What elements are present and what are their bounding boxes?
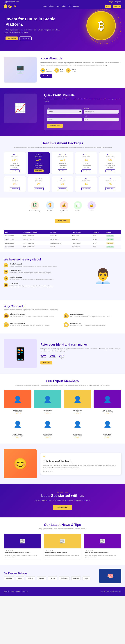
why-item-title: Licensed Investors <box>10 313 54 315</box>
why-section: Why Choose US We offer the best investme… <box>0 300 125 334</box>
pkg-daily-2: 2.5% <box>29 158 49 161</box>
days-input[interactable] <box>47 118 82 122</box>
news-image: 📰 <box>84 534 121 548</box>
pkg-btn-2[interactable]: Invest Now <box>34 170 44 172</box>
steps-image: 👨‍💼 <box>85 258 121 294</box>
about-body: Our information continues to digest rega… <box>40 62 121 66</box>
table-cell: TXN-456789123 <box>22 241 49 245</box>
stat-plans: 📋 50+ Plans <box>54 68 63 73</box>
pkg2-btn-1[interactable]: Invest Now <box>10 187 20 190</box>
news-card: 📰 Jan 10, 2023 Best Investment Strategie… <box>4 534 41 560</box>
col-status: Status <box>105 230 121 234</box>
step-title: Earn Profit <box>10 283 54 285</box>
pkg-features-5: ROI: 150% Period: 30 Days Ref: 10% <box>100 162 120 168</box>
pkg-btn-5[interactable]: Invest Now <box>105 170 115 172</box>
ref-stat-2: 10% Commission <box>49 354 56 358</box>
plan-select[interactable]: Basic Standard Premium Elite Diamond <box>47 110 82 114</box>
calc-btn[interactable]: Calculate Now <box>47 124 63 128</box>
orbit-ring <box>86 9 121 44</box>
nav-login-btn[interactable]: Login <box>105 5 111 8</box>
referral-content: Refer your friend and earn money Invite … <box>40 343 121 365</box>
pkg-btn-4[interactable]: Invest Now <box>81 170 91 172</box>
step-num: 03 <box>4 276 8 281</box>
icon-circle-2: 🏆 <box>46 201 54 210</box>
cta-btn[interactable]: Get Started <box>53 505 72 510</box>
pkg2-btn-4[interactable]: Invest Now <box>81 187 91 190</box>
footer-privacy[interactable]: Privacy Policy <box>11 590 20 592</box>
pkg-features-4: ROI: 60% Period: 30 Days Ref: 6% <box>76 162 96 168</box>
top-bar-login[interactable]: Login <box>109 1 113 2</box>
nav-blog[interactable]: Blog <box>62 5 65 7</box>
stat-icon-2: 📋 <box>54 68 59 73</box>
amount-input[interactable] <box>84 110 118 114</box>
referral-btn[interactable]: Refer Now <box>40 361 52 364</box>
logo-icon <box>4 4 7 8</box>
about-title: Know About Us <box>40 57 121 60</box>
pkg-btn-3[interactable]: Invest Now <box>58 170 67 172</box>
icon-2: 🏆 Top Rated <box>46 201 54 212</box>
hero-secondary-btn[interactable]: Learn More <box>19 36 32 40</box>
pkg-min-4: $200 - $699 <box>76 156 96 158</box>
about-image: 🖥️ <box>4 57 37 82</box>
why-item: 💼 Licensed Investors Our platform is ful… <box>4 313 61 320</box>
team-avatar: 👤 <box>4 390 31 408</box>
calc-row-1: Plan Basic Standard Premium Elite Diamon… <box>47 107 118 114</box>
pkg2-name-2: Standard <box>29 178 49 180</box>
team-avatar: 👤 <box>34 390 61 408</box>
top-bar-register[interactable]: Register <box>115 1 121 2</box>
table-row: Jan 11, 2023TXN-987654321Bitcoin (BTC)Ja… <box>4 238 121 241</box>
calc-form: Plan Basic Standard Premium Elite Diamon… <box>44 104 121 130</box>
news-excerpt: Latest updates from the cryptocurrency m… <box>45 554 80 558</box>
package-card-platinum: Platinum $500 - $999 2.5% ROI: 75% Perio… <box>28 152 50 174</box>
footer-about[interactable]: About Us <box>22 590 28 592</box>
table-cell: Jan 11, 2023 <box>4 238 22 241</box>
nav-about[interactable]: About <box>49 5 54 7</box>
footer-copyright: © 2023 Qprofit. All Rights Reserved. <box>100 591 121 592</box>
footer-support[interactable]: Support <box>4 590 9 592</box>
why-text: Licensed Investors Our platform is fully… <box>10 313 54 320</box>
team-section: Our Expert Members Platinium It. Instanc… <box>0 374 125 444</box>
ref-stat-3: 24/7 Support <box>59 354 64 358</box>
icon-1: 💱 Currency Exchange <box>29 201 40 212</box>
hero-primary-btn[interactable]: Get Started <box>6 36 18 40</box>
payment-logo-4: BitCoin <box>37 576 46 580</box>
read-more-btn[interactable]: Read More <box>40 74 52 78</box>
pkg2-btn-5[interactable]: Invest Now <box>105 187 115 190</box>
col-date: Date <box>4 230 22 234</box>
nav-register-btn[interactable]: Register <box>113 5 121 8</box>
nav-faq[interactable]: FAQ <box>68 5 71 7</box>
pkg-name-5: Premium <box>100 154 120 156</box>
packages-subtitle: Platinium It. Instances to choose more r… <box>4 146 121 148</box>
profit-output <box>84 118 118 122</box>
nav-contact[interactable]: Contact <box>73 5 79 7</box>
nav-plans[interactable]: Plans <box>56 5 60 7</box>
news-date: Jan 10, 2023 <box>5 550 40 551</box>
logo: Qprofit <box>4 4 17 8</box>
nav-home[interactable]: Home <box>43 5 47 7</box>
step-title: Create Account <box>10 263 57 265</box>
pkg2-btn-2[interactable]: Invest Now <box>34 187 44 190</box>
pkg-btn-1[interactable]: Invest Now <box>10 170 20 172</box>
payment-brain-icon: 🧠 <box>99 568 121 583</box>
team-role: Investment Analyst <box>4 435 31 436</box>
pkg2-btn-3[interactable]: Invest Now <box>58 187 67 190</box>
view-more-btn[interactable]: View More <box>55 219 70 223</box>
team-card: 👤 David Wilson CTO ★★★★★ <box>64 390 91 414</box>
step-desc: Watch your investment grow and earn dail… <box>10 285 54 287</box>
team-avatar: 👤 <box>64 416 91 432</box>
stat-1-num: 100 <box>46 68 52 70</box>
status-badge: Success <box>106 246 114 248</box>
top-bar-email: support@qprofit.com <box>4 1 19 2</box>
pkg-min-1: $100 - $499 <box>5 156 25 158</box>
pkg-daily-4: 2% <box>76 158 96 161</box>
col-amount: Amount <box>91 230 105 234</box>
table-cell: Jan 10, 2023 <box>4 234 22 238</box>
table-cell: Bank Wire <box>49 234 70 238</box>
team-stars: ★★★★★ <box>94 436 121 438</box>
status-badge: Success <box>106 238 114 240</box>
why-icon: 🎧 <box>64 313 69 318</box>
why-item-title: Maximum Security <box>10 322 50 324</box>
ref-stat-1: 500+ Referrals <box>40 354 46 358</box>
plan-label: Plan <box>47 107 82 109</box>
payment-logo-2: PALM <box>16 576 24 580</box>
